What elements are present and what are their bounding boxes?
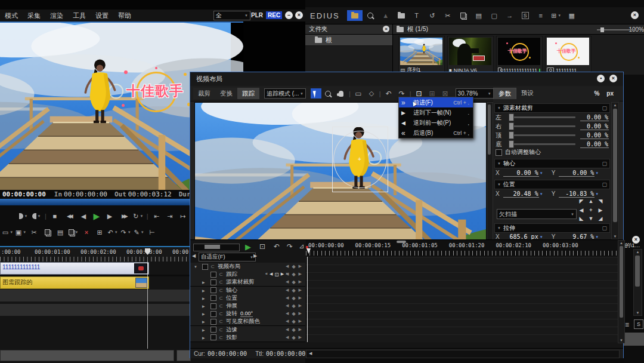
horizontal-scrollbar-segment[interactable]	[177, 350, 191, 361]
row-checkbox[interactable]	[210, 272, 216, 278]
next-keyframe-icon[interactable]: ▶	[299, 296, 302, 301]
keyframe-graph-button[interactable]: ⊿	[299, 242, 304, 250]
clip-thumb-badge[interactable]	[135, 278, 147, 288]
expand-icon[interactable]: ▶	[202, 304, 205, 308]
list-view-icon[interactable]: ≡	[625, 321, 629, 329]
dialog-close-icon[interactable]: ×	[609, 75, 617, 82]
slider-thumb[interactable]	[205, 245, 220, 249]
menu-item-1[interactable]: 采集	[27, 11, 41, 20]
keyframe-row-5[interactable]: ▶⊂伸展◀◆▶	[190, 302, 305, 310]
move-right-icon[interactable]: ▶	[596, 207, 605, 216]
plr-button[interactable]: PLR	[251, 12, 263, 19]
keyframe-row-0[interactable]: ▼⊂视频布局◀◆▶	[190, 263, 305, 271]
crop-value[interactable]: 0.00 %	[580, 114, 609, 121]
menu-item-0[interactable]: 模式	[5, 11, 18, 20]
section-expand-icon[interactable]: ▼	[497, 226, 501, 230]
track-target-icon[interactable]: ⊡	[274, 272, 279, 278]
move-up-button[interactable]: ▲	[378, 10, 394, 21]
tab-tracking[interactable]: 跟踪	[237, 88, 259, 99]
bin-item-3[interactable]: 十佳歌手11111111	[545, 36, 592, 76]
bin-item-2[interactable]: 十佳歌手1111111111111	[496, 36, 543, 76]
chevron-down-icon[interactable]: ▼	[140, 214, 143, 218]
crop-slider[interactable]	[509, 125, 575, 127]
tab-presets[interactable]: 预设	[516, 88, 538, 99]
next-keyframe-icon[interactable]: ▶	[299, 319, 302, 324]
undo-button[interactable]: ↶	[382, 90, 395, 98]
tab-parameters[interactable]: 参数	[493, 88, 516, 99]
scroll-left-icon[interactable]: ◀	[309, 351, 312, 356]
insert-track-button[interactable]: ⊞	[93, 227, 106, 238]
prev-keyframe-icon[interactable]: ◀	[286, 319, 289, 324]
list-view-button[interactable]: ≡	[533, 10, 549, 21]
prev-keyframe-icon[interactable]: ◀	[286, 264, 289, 269]
slider-thumb[interactable]	[509, 131, 514, 139]
go-to-in-button[interactable]: ⇤	[150, 211, 163, 222]
add-keyframe-icon[interactable]: ◆	[292, 288, 295, 293]
next-keyframe-icon[interactable]: ▶	[299, 279, 302, 285]
row-checkbox[interactable]	[210, 319, 216, 325]
copy-params-icon[interactable]: ▢	[602, 105, 607, 111]
undo-button[interactable]: ↶▼	[106, 227, 119, 238]
slider-thumb[interactable]	[509, 140, 514, 148]
stabilizer-button[interactable]: S	[518, 10, 533, 21]
move-left-icon[interactable]: ◀	[577, 207, 586, 216]
next-keyframe-icon[interactable]: ▶	[299, 264, 302, 269]
expand-icon[interactable]: ▶	[202, 319, 205, 324]
copy-params-icon[interactable]: ▢	[602, 225, 607, 231]
interpolation-dropdown[interactable]: 自适应(F)▼	[199, 253, 256, 262]
scroll-down-icon[interactable]: ▼	[634, 311, 642, 315]
step-back-icon[interactable]: ◀	[270, 272, 273, 278]
prev-keyframe-icon[interactable]: ◀	[286, 272, 289, 277]
keyframe-row-9[interactable]: ▶⊂投影◀◆▶	[190, 334, 305, 342]
next-edit-point-button[interactable]: ↦	[177, 211, 190, 222]
add-keyframe-icon[interactable]: ◆	[292, 327, 295, 333]
add-keyframe-icon[interactable]: ◆	[292, 279, 295, 285]
close-button[interactable]: ×	[295, 11, 303, 19]
chevron-down-icon[interactable]: ▼	[10, 230, 13, 234]
paste-button[interactable]: ▤	[54, 227, 67, 238]
chevron-down-icon[interactable]: ▼	[23, 230, 26, 234]
section-source-crop[interactable]: ▼ 源素材裁剪 ▢	[494, 103, 610, 113]
next-keyframe-icon[interactable]: ▶	[299, 311, 302, 316]
keyframe-undo-button[interactable]: ↶	[274, 242, 280, 251]
expand-icon[interactable]: ▶	[202, 288, 205, 293]
collapse-icon[interactable]: ▼	[194, 265, 197, 269]
video-clip[interactable]: 1111111111111	[0, 262, 149, 275]
mark-in-button[interactable]: ▼	[17, 211, 30, 222]
unit-px-button[interactable]: px	[606, 90, 614, 97]
tab-crop[interactable]: 裁剪	[193, 88, 215, 99]
chevron-down-icon[interactable]: ▼	[75, 230, 79, 234]
crop-slider[interactable]	[509, 116, 575, 118]
menu-item-2[interactable]: 渲染	[50, 11, 63, 20]
chevron-down-icon[interactable]: ▼	[24, 214, 28, 218]
scrollbar-thumb[interactable]	[620, 246, 623, 318]
chevron-down-icon[interactable]: ▼	[141, 230, 144, 234]
play-button[interactable]: ▶	[90, 211, 103, 222]
crop-slider[interactable]	[509, 134, 575, 136]
rewind-button[interactable]: ◀◀	[61, 211, 77, 222]
spinner-icon[interactable]: ▼	[595, 192, 599, 196]
title-clip[interactable]: 图需跟踪的	[0, 276, 149, 289]
add-to-timeline-button[interactable]: →	[502, 10, 518, 21]
prev-keyframe-icon[interactable]: ◀	[286, 303, 289, 309]
expand-icon[interactable]: ▶	[202, 312, 205, 316]
stretch-x-value[interactable]: 685.6 px	[503, 233, 539, 240]
copy-button[interactable]	[456, 10, 471, 21]
select-tool-button[interactable]	[311, 88, 321, 99]
spinner-icon[interactable]: ▼	[540, 192, 543, 196]
copy-button[interactable]	[41, 227, 54, 238]
add-keyframe-icon[interactable]: ◆	[292, 311, 295, 316]
section-expand-icon[interactable]: ▼	[497, 162, 501, 165]
context-menu-item-3[interactable]: «后退(B)Ctrl + ,	[399, 128, 473, 138]
add-title-button[interactable]: T	[409, 10, 425, 21]
section-expand-icon[interactable]: ▼	[497, 183, 501, 186]
expand-icon[interactable]: ▶	[202, 328, 205, 332]
fast-forward-button[interactable]: ▶▶	[116, 211, 132, 222]
row-checkbox[interactable]	[210, 311, 216, 317]
bin-tree-root[interactable]: 根	[305, 35, 392, 46]
spinner-icon[interactable]: ▼	[540, 235, 543, 239]
keyframe-zoom-slider[interactable]	[193, 244, 240, 251]
add-keyframe-icon[interactable]: ◆	[292, 303, 295, 309]
scrollbar-thumb[interactable]	[635, 256, 640, 287]
save-button[interactable]: ▣▼	[14, 227, 27, 238]
